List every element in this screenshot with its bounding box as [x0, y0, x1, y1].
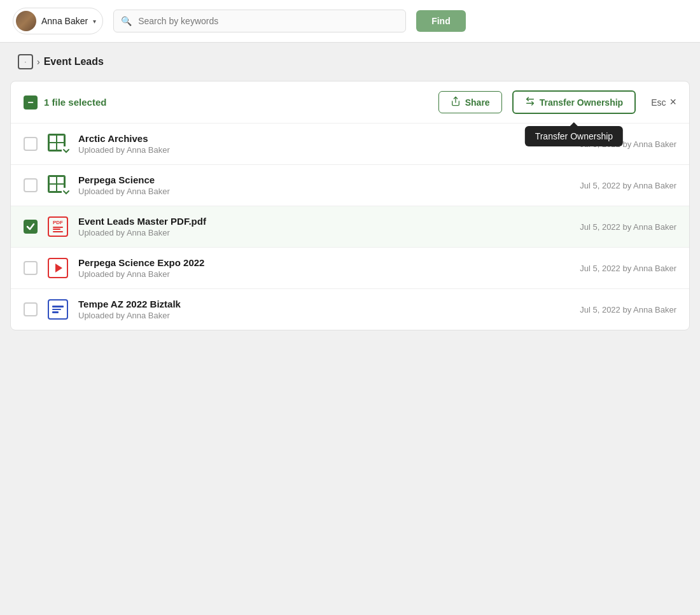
- file-info: Arctic Archives Uploaded by Anna Baker: [78, 133, 571, 155]
- video-icon: [48, 258, 68, 278]
- checkbox-empty[interactable]: [24, 137, 38, 151]
- file-name: Perpega Science: [78, 174, 571, 185]
- table-row[interactable]: Perpega Science Uploaded by Anna Baker J…: [11, 165, 689, 206]
- play-icon: [55, 264, 62, 272]
- transfer-tooltip: Transfer Ownership: [525, 126, 623, 146]
- file-icon-wrap: PDF: [46, 215, 69, 238]
- file-date: Jul 5, 2022 by Anna Baker: [580, 181, 676, 190]
- table-row[interactable]: Perpega Science Expo 2022 Uploaded by An…: [11, 248, 689, 289]
- table-row[interactable]: Tempe AZ 2022 Biztalk Uploaded by Anna B…: [11, 289, 689, 330]
- file-info: Tempe AZ 2022 Biztalk Uploaded by Anna B…: [78, 299, 571, 320]
- selected-indicator: − 1 file selected: [24, 95, 106, 110]
- file-uploader: Uploaded by Anna Baker: [78, 311, 571, 320]
- file-info: Event Leads Master PDF.pdf Uploaded by A…: [78, 216, 571, 237]
- table-row[interactable]: PDF Event Leads Master PDF.pdf Uploaded …: [11, 206, 689, 248]
- file-icon-wrap: [46, 257, 69, 279]
- checkbox-empty[interactable]: [24, 302, 38, 316]
- file-uploader: Uploaded by Anna Baker: [78, 269, 571, 279]
- checkbox-empty[interactable]: [24, 261, 38, 275]
- main-content: − 1 file selected Share: [10, 81, 690, 330]
- user-name-label: Anna Baker: [41, 16, 88, 26]
- header: Anna Baker ▾ 🔍 Find: [0, 0, 700, 43]
- file-name: Tempe AZ 2022 Biztalk: [78, 299, 571, 309]
- search-input[interactable]: [113, 10, 406, 32]
- checkbox-checked[interactable]: [24, 220, 38, 234]
- share-label: Share: [465, 97, 490, 108]
- file-uploader: Uploaded by Anna Baker: [78, 228, 571, 237]
- find-button[interactable]: Find: [416, 10, 466, 32]
- user-pill[interactable]: Anna Baker ▾: [13, 8, 103, 34]
- transfer-icon: [525, 96, 535, 108]
- arrow-badge: [62, 146, 71, 155]
- breadcrumb: · › Event Leads: [0, 43, 700, 81]
- transfer-label: Transfer Ownership: [540, 97, 623, 108]
- selected-count: 1 file selected: [44, 97, 106, 108]
- share-button[interactable]: Share: [438, 91, 502, 113]
- selection-toolbar: − 1 file selected Share: [11, 81, 689, 124]
- file-name: Event Leads Master PDF.pdf: [78, 216, 571, 227]
- pdf-icon: PDF: [48, 216, 68, 237]
- close-icon[interactable]: ×: [669, 95, 676, 109]
- transfer-ownership-button[interactable]: Transfer Ownership: [512, 90, 636, 114]
- avatar: [16, 11, 36, 31]
- chevron-down-icon: ▾: [93, 18, 96, 25]
- file-list: Arctic Archives Uploaded by Anna Baker J…: [11, 124, 689, 330]
- file-uploader: Uploaded by Anna Baker: [78, 187, 571, 196]
- esc-close-area[interactable]: Esc ×: [651, 95, 676, 109]
- minus-icon: −: [27, 97, 33, 108]
- presentation-icon: [48, 299, 68, 320]
- deselect-all-button[interactable]: −: [24, 95, 38, 110]
- table-icon: [48, 175, 68, 195]
- transfer-btn-wrap: Transfer Ownership Transfer Ownership: [512, 90, 636, 114]
- checkbox-empty[interactable]: [24, 178, 38, 192]
- file-uploader: Uploaded by Anna Baker: [78, 145, 571, 155]
- file-info: Perpega Science Uploaded by Anna Baker: [78, 174, 571, 196]
- file-date: Jul 5, 2022 by Anna Baker: [580, 305, 676, 315]
- file-icon-wrap: [46, 174, 69, 197]
- search-bar: 🔍: [113, 10, 406, 32]
- file-date: Jul 5, 2022 by Anna Baker: [580, 264, 676, 273]
- breadcrumb-title: Event Leads: [44, 56, 104, 67]
- breadcrumb-chevron-icon: ›: [37, 57, 40, 67]
- file-name: Perpega Science Expo 2022: [78, 257, 571, 268]
- search-icon: 🔍: [121, 16, 132, 26]
- table-icon: [48, 134, 68, 154]
- breadcrumb-dot-icon: ·: [18, 54, 33, 69]
- arrow-badge: [62, 188, 71, 197]
- file-name: Arctic Archives: [78, 133, 571, 144]
- file-icon-wrap: [46, 132, 69, 155]
- share-icon: [451, 96, 461, 108]
- file-info: Perpega Science Expo 2022 Uploaded by An…: [78, 257, 571, 279]
- file-icon-wrap: [46, 298, 69, 321]
- esc-label: Esc: [651, 97, 666, 108]
- file-date: Jul 5, 2022 by Anna Baker: [580, 222, 676, 232]
